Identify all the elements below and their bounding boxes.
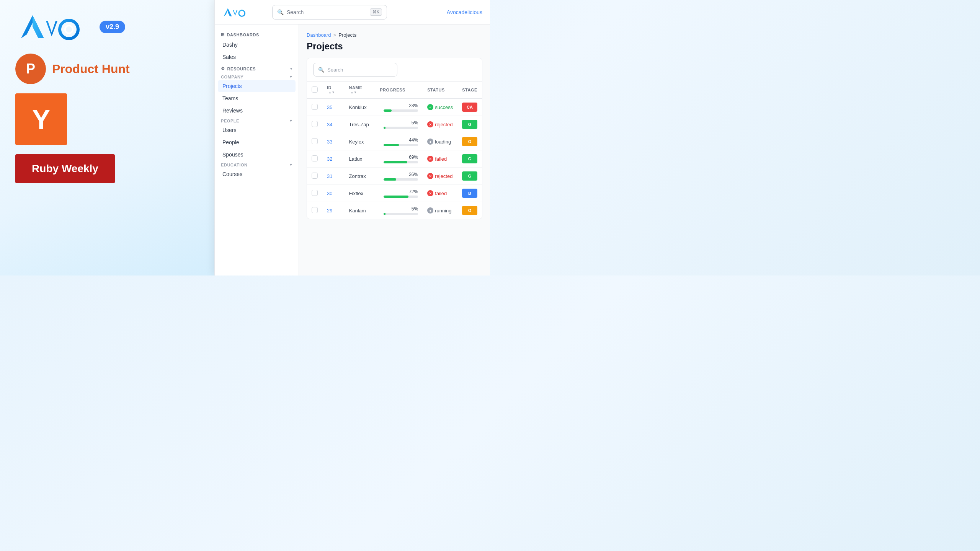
- sidebar-item-users[interactable]: Users: [215, 124, 299, 136]
- avo-logo-area: v2.9: [15, 11, 125, 42]
- row-4-checkbox-cell: [307, 168, 322, 185]
- sidebar-item-reviews[interactable]: Reviews: [215, 104, 299, 117]
- sidebar-item-dashy[interactable]: Dashy: [215, 39, 299, 51]
- content-area: Dashboard > Projects Projects 🔍 Search: [299, 24, 490, 276]
- row-5-progress-bar: [384, 196, 418, 198]
- row-0-checkbox-cell: [307, 99, 322, 116]
- row-4-name: Zontrax: [345, 168, 376, 185]
- sidebar-people-section: PEOPLE ▾: [215, 117, 299, 124]
- row-3-progress-bar: [384, 161, 418, 163]
- row-4-progress: 36%: [375, 168, 423, 185]
- top-nav: 🔍 Search ⌘K Avocadelicious: [215, 0, 490, 24]
- row-4-status: ✕ rejected: [423, 168, 457, 185]
- sidebar: ⊞ DASHBOARDS Dashy Sales ⚙ RESOURCES ▾ C…: [215, 24, 299, 276]
- row-4-id-link[interactable]: 31: [327, 173, 332, 179]
- row-4-status-text: rejected: [435, 173, 452, 179]
- row-6-id-link[interactable]: 29: [327, 208, 332, 214]
- row-6-progress-bar: [384, 213, 418, 215]
- row-2-status: ● loading: [423, 133, 457, 150]
- row-2-progress-bar: [384, 144, 418, 146]
- row-5-progress-pct: 72%: [409, 189, 418, 194]
- sidebar-item-sales[interactable]: Sales: [215, 51, 299, 63]
- row-6-status-dot: ●: [427, 207, 433, 214]
- row-2-progress-pct: 44%: [409, 137, 418, 143]
- header-checkbox[interactable]: [312, 86, 318, 93]
- row-3-checkbox[interactable]: [312, 155, 318, 161]
- row-1-status-dot: ✕: [427, 121, 433, 127]
- row-0-id: 35: [322, 99, 345, 116]
- chevron-down-icon-people: ▾: [290, 118, 292, 123]
- row-6-progress-pct: 5%: [412, 206, 418, 212]
- sort-icon-name[interactable]: ▲▼: [351, 91, 357, 94]
- row-0-checkbox[interactable]: [312, 104, 318, 110]
- sort-icon-id[interactable]: ▲▼: [328, 91, 335, 94]
- row-0-status-dot: ✓: [427, 104, 433, 110]
- row-5-stage-pill: B: [462, 189, 477, 198]
- table-row: 34Tres-Zap 5% ✕ rejected G: [307, 116, 482, 133]
- row-6-stage: O: [457, 202, 482, 219]
- chevron-down-icon-company: ▾: [290, 74, 292, 79]
- projects-table-container: 🔍 Search ID ▲▼: [307, 58, 482, 219]
- row-5-checkbox-cell: [307, 185, 322, 202]
- product-hunt-icon: P: [15, 54, 46, 84]
- row-3-status-text: failed: [435, 156, 447, 162]
- row-3-stage-pill: G: [462, 154, 477, 163]
- sidebar-item-spouses[interactable]: Spouses: [215, 148, 299, 161]
- row-3-id-link[interactable]: 32: [327, 156, 332, 162]
- row-0-stage-pill: CA: [462, 103, 477, 112]
- row-2-id-link[interactable]: 33: [327, 139, 332, 145]
- sidebar-item-people[interactable]: People: [215, 136, 299, 148]
- breadcrumb-separator: >: [333, 32, 336, 38]
- th-progress: PROGRESS: [375, 82, 423, 99]
- sidebar-company-section: COMPANY ▾: [215, 73, 299, 80]
- sidebar-item-teams[interactable]: Teams: [215, 92, 299, 104]
- row-3-progress-pct: 69%: [409, 155, 418, 160]
- row-2-id: 33: [322, 133, 345, 150]
- row-2-progress: 44%: [375, 133, 423, 150]
- row-4-stage-pill: G: [462, 171, 477, 181]
- sidebar-item-courses[interactable]: Courses: [215, 168, 299, 180]
- th-status: STATUS: [423, 82, 457, 99]
- sidebar-item-projects[interactable]: Projects: [218, 80, 296, 92]
- row-4-progress-bar: [384, 178, 418, 181]
- row-5-id-link[interactable]: 30: [327, 191, 332, 196]
- user-name[interactable]: Avocadelicious: [447, 9, 482, 15]
- row-6-checkbox[interactable]: [312, 207, 318, 213]
- search-bar[interactable]: 🔍 Search ⌘K: [272, 5, 387, 20]
- row-5-checkbox[interactable]: [312, 190, 318, 196]
- row-4-checkbox[interactable]: [312, 173, 318, 179]
- app-panel: 🔍 Search ⌘K Avocadelicious ⊞ DASHBOARDS …: [214, 0, 490, 276]
- table-row: 31Zontrax 36% ✕ rejected G: [307, 168, 482, 185]
- row-1-checkbox[interactable]: [312, 121, 318, 127]
- row-0-id-link[interactable]: 35: [327, 104, 332, 110]
- row-1-progress: 5%: [375, 116, 423, 133]
- row-3-checkbox-cell: [307, 150, 322, 168]
- row-2-stage-pill: O: [462, 137, 477, 146]
- row-2-checkbox-cell: [307, 133, 322, 150]
- ruby-weekly-box: Ruby Weekly: [15, 154, 115, 183]
- breadcrumb-current: Projects: [338, 32, 356, 38]
- row-0-status-text: success: [435, 104, 453, 110]
- sidebar-education-section: EDUCATION ▾: [215, 161, 299, 168]
- row-1-status-text: rejected: [435, 122, 452, 127]
- row-3-status: ✕ failed: [423, 150, 457, 168]
- row-6-name: Kanlam: [345, 202, 376, 219]
- row-5-id: 30: [322, 185, 345, 202]
- row-1-status: ✕ rejected: [423, 116, 457, 133]
- resource-icon: ⚙: [221, 66, 225, 71]
- row-1-id-link[interactable]: 34: [327, 122, 332, 127]
- row-3-name: Latlux: [345, 150, 376, 168]
- th-checkbox: [307, 82, 322, 99]
- search-input-text: Search: [287, 9, 367, 15]
- nav-logo: [222, 7, 249, 18]
- table-search-input[interactable]: 🔍 Search: [313, 63, 397, 77]
- row-2-checkbox[interactable]: [312, 138, 318, 144]
- row-0-status: ✓ success: [423, 99, 457, 116]
- grid-icon: ⊞: [221, 32, 225, 37]
- breadcrumb-dashboard[interactable]: Dashboard: [307, 32, 331, 38]
- chevron-down-icon-education: ▾: [290, 162, 292, 167]
- row-5-name: Fixflex: [345, 185, 376, 202]
- row-6-progress: 5%: [375, 202, 423, 219]
- row-5-progress-fill: [384, 196, 408, 198]
- row-5-status: ✕ failed: [423, 185, 457, 202]
